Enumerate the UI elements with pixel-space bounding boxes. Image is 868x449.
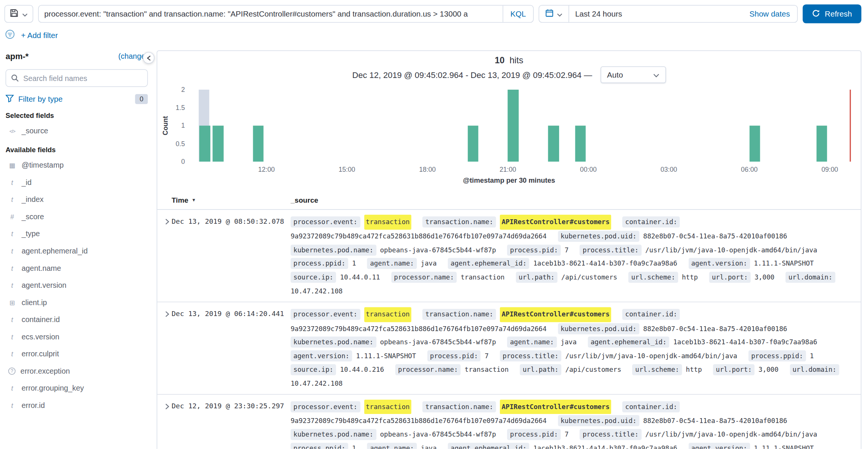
t-field-type-icon: t: [8, 230, 17, 238]
field-value: opbeans-java-67845c5b44-wf87p: [380, 243, 496, 257]
show-dates-button[interactable]: Show dates: [742, 9, 797, 18]
histogram-bar[interactable]: [749, 126, 760, 162]
sidebar-field-error.exception[interactable]: ?error.exception: [6, 362, 148, 380]
field-value: 3,000: [755, 271, 775, 284]
time-column-header[interactable]: Time ▼: [172, 196, 291, 204]
expand-row-button[interactable]: [157, 307, 171, 319]
field-value-highlighted: APIRestController#customers: [500, 307, 611, 322]
t-field-type-icon: t: [8, 402, 17, 409]
x-tick-label: 18:00: [419, 165, 436, 173]
table-row: Dec 13, 2019 @ 06:14:20.441processor.eve…: [157, 302, 861, 394]
sidebar-field-agent.version[interactable]: tagent.version: [6, 277, 148, 294]
available-fields-list: ▦@timestampt_idt_index#_scoret_typetagen…: [6, 157, 148, 414]
histogram-bar[interactable]: [468, 126, 478, 162]
filter-by-type-button[interactable]: Filter by type: [6, 95, 63, 104]
field-value: /usr/lib/jvm/java-10-openjdk-amd64/bin/j…: [645, 428, 817, 441]
field-name: agent.version:: [290, 350, 352, 361]
filter-bar: + Add filter: [0, 27, 868, 46]
x-tick-label: 03:00: [660, 165, 677, 173]
row-timestamp: Dec 13, 2019 @ 08:50:32.078: [172, 215, 291, 298]
histogram-bar[interactable]: [508, 90, 518, 162]
field-name: process.pid:: [427, 350, 481, 361]
field-value: 882e8b07-0c54-11ea-8a75-42010af00186: [643, 322, 787, 336]
histogram-bar[interactable]: [213, 126, 223, 162]
histogram-bar[interactable]: [253, 126, 264, 162]
field-value: 7: [565, 428, 569, 441]
calendar-dropdown-button[interactable]: [539, 6, 569, 22]
sidebar-field-_index[interactable]: t_index: [6, 191, 148, 208]
x-axis-title: @timestamp per 30 minutes: [157, 177, 861, 185]
field-name-label: client.ip: [21, 298, 47, 307]
sidebar-field-_type[interactable]: t_type: [6, 225, 148, 243]
histogram-plot-area: [190, 90, 855, 162]
y-axis-title: Count: [162, 116, 170, 135]
field-value: /usr/lib/jvm/java-10-openjdk-amd64/bin/j…: [645, 243, 817, 257]
search-icon: [11, 74, 19, 84]
filter-set-menu-button[interactable]: [5, 29, 15, 41]
histogram-bar[interactable]: [575, 126, 585, 162]
field-search-input[interactable]: [6, 69, 148, 87]
sidebar-field-client.ip[interactable]: ⊞client.ip: [6, 294, 148, 311]
histogram-bar[interactable]: [199, 126, 210, 162]
sidebar-field-agent.ephemeral_id[interactable]: tagent.ephemeral_id: [6, 243, 148, 260]
kql-language-toggle[interactable]: KQL: [503, 6, 533, 22]
sidebar-field-agent.name[interactable]: tagent.name: [6, 260, 148, 277]
interval-select[interactable]: Auto: [601, 66, 666, 83]
field-name: kubernetes.pod.uid:: [558, 231, 639, 241]
sidebar-field-_score[interactable]: #_score: [6, 208, 148, 225]
field-search: [6, 69, 148, 87]
time-range-label: Dec 12, 2019 @ 09:45:02.964 - Dec 13, 20…: [352, 70, 592, 79]
field-name: process.title:: [500, 350, 561, 361]
saved-query-menu-button[interactable]: [5, 5, 33, 23]
saved-query-icon: [10, 9, 18, 19]
field-value: opbeans-java-67845c5b44-wf87p: [380, 336, 496, 349]
field-value-highlighted: APIRestController#customers: [500, 215, 611, 229]
t-field-type-icon: t: [8, 264, 17, 272]
field-name: url.port:: [713, 364, 755, 375]
histogram-bar[interactable]: [548, 126, 559, 162]
sidebar-field-error.id[interactable]: terror.id: [6, 397, 148, 414]
field-name: process.ppid:: [749, 350, 806, 361]
histogram-bar[interactable]: [816, 126, 827, 162]
field-name-label: agent.ephemeral_id: [21, 247, 87, 255]
y-tick-label: 2: [181, 86, 185, 94]
query-input[interactable]: [39, 9, 503, 18]
refresh-button[interactable]: Refresh: [803, 5, 862, 23]
row-source: processor.event:transaction transaction.…: [290, 215, 860, 298]
field-name: url.path:: [516, 272, 557, 283]
field-name-label: _score: [21, 212, 44, 221]
x-tick-label: 06:00: [741, 165, 758, 173]
row-source: processor.event:transaction transaction.…: [290, 399, 860, 449]
index-pattern-title: apm-*: [6, 52, 29, 61]
field-name: url.domain:: [785, 272, 835, 283]
y-tick-label: 1.5: [176, 104, 185, 112]
sidebar-field-container.id[interactable]: tcontainer.id: [6, 311, 148, 328]
t-field-type-icon: t: [8, 316, 17, 324]
sidebar-field-@timestamp[interactable]: ▦@timestamp: [6, 157, 148, 174]
collapse-sidebar-button[interactable]: [143, 52, 154, 64]
field-name: agent.name:: [507, 337, 556, 348]
field-name: agent.ephemeral_id:: [448, 443, 529, 449]
field-name: container.id:: [622, 401, 680, 412]
field-name: kubernetes.pod.name:: [290, 337, 376, 348]
field-name-label: _type: [21, 230, 40, 238]
sidebar-field-_id[interactable]: t_id: [6, 174, 148, 191]
field-value: 1.11.1-SNAPSHOT: [356, 349, 416, 363]
t-field-type-icon: t: [8, 384, 17, 392]
sidebar-field-_source[interactable]: </>_source: [6, 122, 148, 140]
field-name: processor.event:: [290, 217, 360, 228]
field-name: process.pid:: [507, 429, 561, 440]
field-name-label: error.exception: [20, 367, 70, 375]
add-filter-button[interactable]: + Add filter: [21, 31, 58, 40]
field-value: transaction: [461, 271, 505, 284]
t-field-type-icon: t: [8, 179, 17, 186]
expand-row-button[interactable]: [157, 399, 171, 411]
field-name: processor.name:: [391, 272, 457, 283]
field-value: java: [421, 257, 437, 270]
expand-row-button[interactable]: [157, 215, 171, 226]
sidebar-field-error.grouping_key[interactable]: terror.grouping_key: [6, 380, 148, 397]
sidebar-field-error.culprit[interactable]: terror.culprit: [6, 345, 148, 363]
sidebar-field-ecs.version[interactable]: tecs.version: [6, 328, 148, 345]
time-range-button[interactable]: Last 24 hours: [569, 9, 742, 18]
field-name: agent.version:: [688, 443, 750, 449]
